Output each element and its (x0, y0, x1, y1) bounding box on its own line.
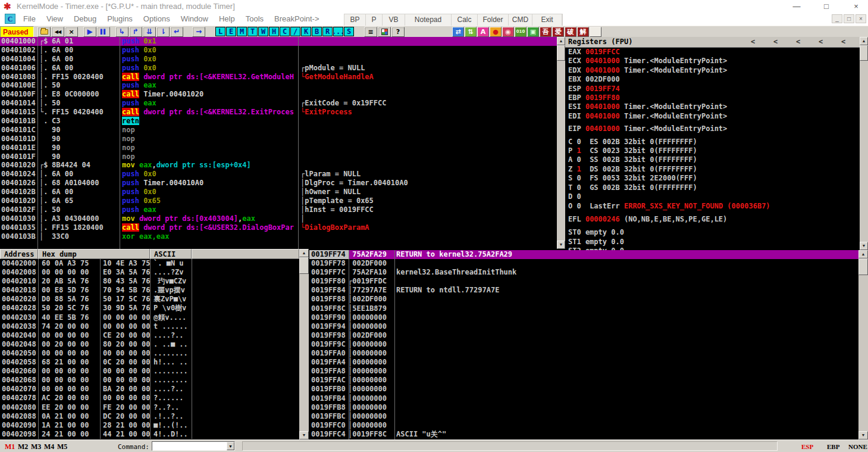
stack-row[interactable]: 0019FFA8│00000000 (309, 367, 858, 376)
open-file-button[interactable] (37, 27, 51, 37)
scroll-down-icon[interactable]: ▼ (299, 431, 309, 439)
disasm-row[interactable]: 00401015└.FF15 0420400call dword ptr ds:… (0, 108, 557, 117)
flag-row[interactable]: T 0 GS 002B 32bit 0(FFFFFFFF) (565, 183, 860, 192)
dump-row[interactable]: 0040201800 E8 5D 7670 94 5B 76.噩vp摆v (0, 286, 299, 295)
view-patches-button[interactable]: / (290, 27, 300, 36)
memory-tab-m1[interactable]: M1 (5, 442, 15, 451)
scroll-down-icon[interactable]: ▼ (858, 431, 868, 439)
maximize-button[interactable]: □ (813, 0, 840, 13)
highlight-none-label[interactable]: NONE (848, 443, 867, 450)
disasm-row[interactable]: 0040101F90nop (0, 152, 557, 161)
flag-row[interactable]: A 0 SS 002B 32bit 0(FFFFFFFF) (565, 155, 860, 164)
stack-row[interactable]: 0019FF98│002DF000 (309, 331, 858, 340)
step-into-button[interactable]: ↳ (115, 27, 129, 37)
view-run-trace-button[interactable]: ... (333, 27, 343, 36)
quickbar-exit[interactable]: Exit (532, 14, 562, 26)
disasm-row[interactable]: 0040100F│.E8 0C000000call Timer.00401020 (0, 90, 557, 99)
po-button[interactable]: 破 (565, 27, 576, 37)
quickbar-calc[interactable]: Calc (452, 14, 478, 26)
view-cpu-button[interactable]: C (280, 27, 290, 36)
dump-scrollbar[interactable]: ▲ ▼ (299, 249, 309, 439)
disasm-row[interactable]: 0040101D90nop (0, 135, 557, 144)
close-process-button[interactable]: × (65, 27, 78, 37)
register-row[interactable]: EBX 002DF000 (565, 75, 860, 84)
disasm-row[interactable]: 00401002│.6A 00push 0x0 (0, 46, 557, 55)
command-input[interactable] (153, 442, 225, 450)
help-button[interactable]: ? (391, 27, 405, 37)
dump-row[interactable]: 00402080EE 20 00 00FE 20 00 00?..?.. (0, 403, 299, 412)
stack-row[interactable]: 0019FFC4│0019FF8CASCII "u关^" (309, 430, 858, 439)
stack-row[interactable]: 0019FFB8│00000000 (309, 403, 858, 412)
disasm-row[interactable]: 0040103B│33C0xor eax,eax (0, 232, 557, 241)
scrollbar-thumb[interactable] (858, 258, 868, 275)
dot-button[interactable]: ● (490, 27, 502, 37)
disasm-row[interactable]: 00401014│.50push eax┌ExitCode = 0x19FFCC (0, 99, 557, 108)
dump-row[interactable]: 00402020D0 88 5A 7650 17 5C 76裏ZvP■\v (0, 295, 299, 304)
memory-tab-m5[interactable]: M5 (57, 442, 67, 451)
disasm-row[interactable]: 00401030│.A3 04304000mov dword ptr ds:[0… (0, 214, 557, 223)
scrollbar-thumb[interactable] (299, 257, 309, 274)
letter-a-button[interactable]: A (477, 27, 489, 37)
scroll-up-icon[interactable]: ▲ (299, 249, 309, 257)
quickbar-notepad[interactable]: Notepad (405, 14, 452, 26)
view-log-button[interactable]: L (215, 27, 225, 36)
disasm-row[interactable]: 00401008│.FF15 0020400call dword ptr ds:… (0, 73, 557, 82)
view-threads-button[interactable]: T (247, 27, 258, 36)
mdi-minimize-button[interactable]: _ (832, 14, 842, 23)
dump-row[interactable]: 0040204800 20 00 0080 20 00 00. ..■ .. (0, 340, 299, 349)
register-row[interactable]: ECX 00401000 Timer.<ModuleEntryPoint> (565, 57, 860, 66)
disasm-row[interactable]: 00401000┌$6A 01push 0x1 (0, 37, 557, 46)
collapse-chevron-icon[interactable]: < (819, 37, 823, 47)
registers-scrollbar[interactable]: ▲ ▼ (860, 37, 868, 250)
execute-till-user-code-button[interactable]: → (192, 27, 205, 37)
menu-breakpoint[interactable]: BreakPoint-> (269, 13, 325, 26)
stack-row[interactable]: 0019FFA4│00000000 (309, 358, 858, 367)
dump-row[interactable]: 0040203040 EE 5B 7600 00 00 00@頼v.... (0, 313, 299, 322)
disassembly-scrollbar[interactable]: ▲ ▼ (557, 37, 565, 249)
menu-window[interactable]: Window (176, 13, 214, 26)
stack-row[interactable]: 0019FF90│00000000 (309, 313, 858, 322)
dump-row[interactable]: 0040205868 21 00 000C 20 00 00h!... .. (0, 358, 299, 367)
register-row[interactable]: EDX 00401000 Timer.<ModuleEntryPoint> (565, 66, 860, 75)
minimize-button[interactable]: — (783, 0, 810, 13)
dump-row[interactable]: 0040205000 00 00 0000 00 00 00........ (0, 349, 299, 358)
stack-row[interactable]: 0019FF78 002DF000 (309, 259, 858, 268)
stack-scrollbar[interactable]: ▲ ▼ (858, 250, 868, 439)
dump-row[interactable]: 00402078AC 20 00 0000 00 00 00?...... (0, 394, 299, 403)
animate-into-button[interactable]: ⇊ (143, 27, 156, 37)
dump-row[interactable]: 0040200800 00 00 00E0 3A 5A 76....?Zv (0, 268, 299, 277)
flag-row[interactable]: C 0 ES 002B 32bit 0(FFFFFFFF) (565, 138, 860, 146)
quickbar-bp[interactable]: BP (344, 14, 366, 26)
view-references-button[interactable]: R (322, 27, 333, 36)
step-over-button[interactable]: ↱ (129, 27, 142, 37)
jie-button[interactable]: 解 (577, 27, 589, 37)
menu-debug[interactable]: Debug (68, 13, 102, 26)
stack-row[interactable]: 0019FFB0│00000000 (309, 385, 858, 394)
stack-row[interactable]: 0019FFB4│00000000 (309, 394, 858, 403)
disasm-row[interactable]: 00401035│.FF15 1820400call dword ptr ds:… (0, 223, 557, 232)
scrollbar-thumb[interactable] (860, 45, 868, 61)
viewbar-button[interactable]: ≡ (364, 27, 377, 37)
fpu-row[interactable]: ST0 empty 0.0 (565, 228, 860, 237)
register-row[interactable]: ESI 00401000 Timer.<ModuleEntryPoint> (565, 102, 860, 111)
menu-file[interactable]: File (18, 13, 41, 26)
disasm-row[interactable]: 0040102F│.50push eax│hInst = 0019FFCC (0, 205, 557, 214)
stack-row[interactable]: 0019FFC0│00000000 (309, 421, 858, 430)
register-row[interactable]: EDI 00401000 Timer.<ModuleEntryPoint> (565, 112, 860, 121)
ai-button[interactable]: 爱 (552, 27, 564, 37)
wu-button[interactable]: 吾 (540, 27, 551, 37)
stack-row[interactable]: 0019FFA0│00000000 (309, 349, 858, 358)
register-row[interactable]: ESP 0019FF74 (565, 85, 860, 93)
collapse-chevron-icon[interactable]: < (796, 37, 800, 47)
collapse-chevron-icon[interactable]: < (751, 37, 755, 47)
menu-options[interactable]: Options (138, 13, 176, 26)
stack-row[interactable]: 0019FF88│002DF000 (309, 295, 858, 304)
highlight-esp-label[interactable]: ESP (801, 443, 813, 450)
quickbar-vb[interactable]: VB (383, 14, 405, 26)
mdi-close-button[interactable]: × (856, 14, 866, 23)
disasm-row[interactable]: 0040102D│.6A 65push 0x65│pTemplate = 0x6… (0, 197, 557, 205)
stack-row[interactable]: 0019FFBC│00000000 (309, 412, 858, 421)
stack-row[interactable]: 0019FF8C│5EE1B879 (309, 304, 858, 313)
collapse-chevron-icon[interactable]: < (841, 37, 845, 47)
scroll-up-icon[interactable]: ▲ (860, 37, 868, 45)
